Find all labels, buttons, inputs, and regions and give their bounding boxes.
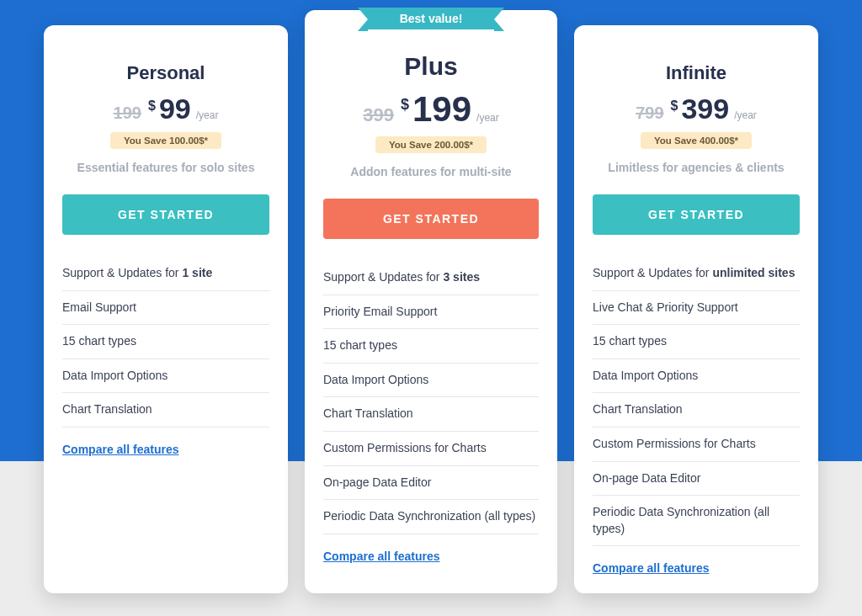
feature-item: Periodic Data Synchronization (all types… xyxy=(593,496,800,546)
price-value: 399 xyxy=(681,93,729,125)
plan-tagline: Limitless for agencies & clients xyxy=(593,161,800,174)
plan-card-plus: Best value! Plus 399 $ 199 /year You Sav… xyxy=(305,10,557,593)
feature-item: Support & Updates for unlimited sites xyxy=(593,257,800,291)
price-line: 199 $ 99 /year xyxy=(62,93,269,125)
save-badge: You Save 100.00$* xyxy=(110,132,221,149)
feature-item: Chart Translation xyxy=(62,393,269,427)
feature-item: 15 chart types xyxy=(323,329,539,364)
feature-item: On-page Data Editor xyxy=(323,466,539,501)
compare-link[interactable]: Compare all features xyxy=(593,561,710,575)
currency-symbol: $ xyxy=(148,98,156,114)
feature-list: Support & Updates for 3 sites Priority E… xyxy=(323,261,539,534)
plan-name: Personal xyxy=(62,62,269,84)
feature-list: Support & Updates for 1 site Email Suppo… xyxy=(62,257,269,427)
feature-list: Support & Updates for unlimited sites Li… xyxy=(593,257,800,546)
feature-item: On-page Data Editor xyxy=(593,462,800,497)
feature-item: Email Support xyxy=(62,291,269,326)
get-started-button[interactable]: GET STARTED xyxy=(62,194,269,235)
feature-item: Custom Permissions for Charts xyxy=(593,427,800,462)
feature-item: 15 chart types xyxy=(62,325,269,359)
plan-card-infinite: Infinite 799 $ 399 /year You Save 400.00… xyxy=(574,25,818,593)
get-started-button[interactable]: GET STARTED xyxy=(323,199,539,239)
old-price: 399 xyxy=(363,104,394,126)
feature-item: Live Chat & Priority Support xyxy=(593,291,800,326)
currency-symbol: $ xyxy=(401,96,409,114)
feature-item: Data Import Options xyxy=(593,359,800,394)
feature-item: Data Import Options xyxy=(323,364,539,398)
feature-item: Data Import Options xyxy=(62,359,269,394)
feature-item: 15 chart types xyxy=(593,325,800,359)
pricing-plans-row: Personal 199 $ 99 /year You Save 100.00$… xyxy=(0,0,862,593)
plan-tagline: Addon features for multi-site xyxy=(323,165,539,178)
compare-link[interactable]: Compare all features xyxy=(62,443,179,456)
best-value-ribbon: Best value! xyxy=(368,8,494,29)
feature-item: Custom Permissions for Charts xyxy=(323,432,539,466)
feature-item: Periodic Data Synchronization (all types… xyxy=(323,500,539,534)
get-started-button[interactable]: GET STARTED xyxy=(593,194,800,235)
plan-tagline: Essential features for solo sites xyxy=(62,161,269,174)
compare-link[interactable]: Compare all features xyxy=(323,550,440,563)
price-line: 799 $ 399 /year xyxy=(593,93,800,125)
currency-symbol: $ xyxy=(671,98,678,114)
feature-item: Support & Updates for 3 sites xyxy=(323,261,539,295)
feature-item: Support & Updates for 1 site xyxy=(62,257,269,291)
price-period: /year xyxy=(196,109,219,121)
old-price: 799 xyxy=(636,104,663,123)
feature-item: Chart Translation xyxy=(323,397,539,432)
feature-item: Priority Email Support xyxy=(323,295,539,330)
price-period: /year xyxy=(476,112,499,124)
price-period: /year xyxy=(734,109,757,121)
price-value: 199 xyxy=(412,89,471,130)
price-line: 399 $ 199 /year xyxy=(323,89,539,130)
plan-card-personal: Personal 199 $ 99 /year You Save 100.00$… xyxy=(44,25,288,593)
old-price: 199 xyxy=(114,104,141,123)
plan-name: Plus xyxy=(323,52,539,81)
price-value: 99 xyxy=(159,93,191,125)
save-badge: You Save 200.00$* xyxy=(375,136,487,153)
save-badge: You Save 400.00$* xyxy=(641,132,752,149)
plan-name: Infinite xyxy=(593,62,800,84)
feature-item: Chart Translation xyxy=(593,393,800,427)
